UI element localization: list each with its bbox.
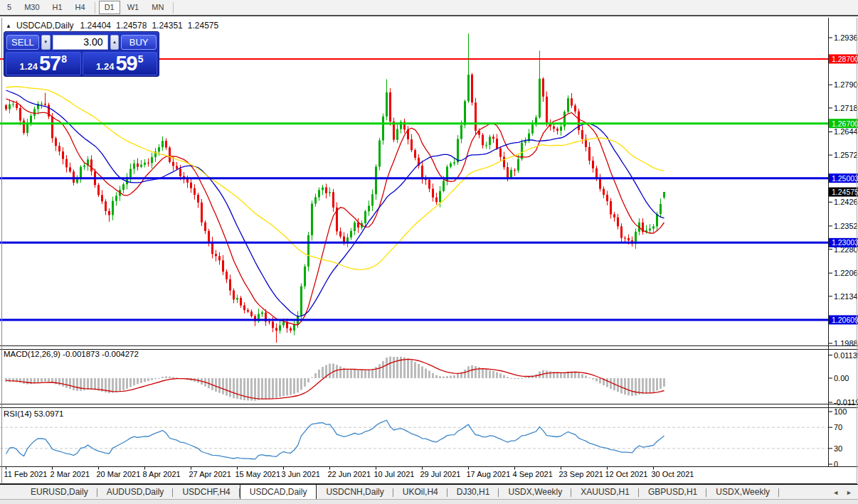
macd-histogram-bar	[393, 357, 395, 378]
timeframe-button-m5[interactable]: 5	[1, 1, 17, 14]
date-label: 15 May 2021	[235, 470, 281, 478]
candle-body	[194, 188, 196, 195]
macd-histogram-bar	[382, 361, 384, 378]
macd-histogram-bar	[627, 378, 630, 395]
macd-histogram-bar	[620, 378, 623, 394]
macd-histogram-bar	[524, 377, 526, 378]
macd-histogram-bar	[489, 370, 491, 378]
macd-histogram-bar	[556, 372, 558, 378]
macd-histogram-bar	[172, 377, 174, 378]
macd-histogram-bar	[514, 378, 516, 379]
candle-body	[51, 117, 53, 138]
chart-tab-usdx-weekly[interactable]: USDX,Weekly	[499, 486, 571, 499]
macd-histogram-bar	[140, 378, 142, 383]
macd-histogram-bar	[87, 378, 89, 390]
timeframe-button-w1[interactable]: W1	[122, 1, 145, 14]
candle-body	[41, 104, 43, 104]
timeframe-button-h1[interactable]: H1	[47, 1, 68, 14]
candle-body	[105, 201, 107, 211]
candle-body	[620, 226, 623, 237]
timeframe-button-h4[interactable]: H4	[70, 1, 91, 14]
chart-tab-audusd-daily[interactable]: AUDUSD,Daily	[97, 486, 174, 499]
candle-body	[233, 291, 235, 300]
date-label: 11 Feb 2021	[4, 470, 48, 478]
chart-tab-gbpusd-h1[interactable]: GBPUSD,H1	[639, 486, 706, 499]
macd-histogram-bar	[307, 378, 309, 382]
candle-body	[279, 326, 281, 331]
macd-histogram-bar	[652, 378, 655, 392]
timeframe-button-m30[interactable]: M30	[18, 1, 45, 14]
macd-scale-label: 0.00	[834, 374, 849, 382]
chart-tab-eurusd-daily[interactable]: EURUSD,Daily	[21, 486, 97, 499]
chart-tab-usdcad-daily[interactable]: USDCAD,Daily	[240, 484, 317, 499]
price-level-badge-label: 1.23003	[832, 238, 858, 247]
candle-body	[588, 147, 590, 161]
macd-histogram-bar	[496, 372, 498, 378]
macd-scale-label: -0.01190	[834, 398, 858, 407]
candle-body	[90, 159, 92, 171]
macd-histogram-bar	[297, 378, 299, 392]
macd-histogram-bar	[521, 378, 523, 379]
candle-body	[275, 328, 277, 331]
toolbar-separator	[173, 2, 174, 14]
macd-histogram-bar	[549, 371, 551, 378]
mt4-window: 5 M30 H1 H4 D1 W1 MN 1.293601.279001.271…	[0, 0, 858, 504]
macd-histogram-bar	[368, 370, 370, 378]
candle-body	[169, 148, 171, 162]
macd-histogram-bar	[507, 377, 509, 378]
ohlc-low: 1.24351	[152, 21, 182, 31]
candle-body	[190, 183, 192, 188]
candle-body	[503, 157, 505, 168]
tab-scroll-left-icon[interactable]: ◄	[832, 486, 839, 499]
candle-body	[26, 123, 28, 133]
macd-histogram-bar	[322, 367, 324, 378]
macd-histogram-bar	[635, 378, 637, 395]
macd-histogram-bar	[428, 371, 430, 378]
candle-body	[368, 205, 370, 211]
buy-price[interactable]: 1.24595	[83, 52, 158, 75]
chart-tab-usdcnh-daily[interactable]: USDCNH,Daily	[317, 486, 393, 499]
timeframe-button-mn[interactable]: MN	[146, 1, 169, 14]
candle-body	[197, 195, 199, 203]
candle-body	[179, 168, 181, 176]
date-label: 2 Mar 2021	[51, 470, 90, 478]
timeframe-toolbar: 5 M30 H1 H4 D1 W1 MN	[0, 0, 858, 16]
macd-histogram-bar	[453, 375, 455, 378]
candle-body	[510, 170, 512, 177]
toolbar-separator	[95, 2, 95, 14]
volume-decrease-button[interactable]: ▼	[41, 35, 51, 50]
price-tick-label: 1.26440	[834, 127, 858, 136]
candle-body	[140, 165, 142, 167]
buy-button[interactable]: BUY	[121, 35, 157, 50]
chart-tab-usdx-weekly-2[interactable]: USDX,Weekly	[706, 486, 779, 499]
chart-tab-dj30-h1[interactable]: DJ30,H1	[447, 486, 499, 499]
chart-tab-xauusd-h1[interactable]: XAUUSD,H1	[571, 486, 639, 499]
macd-histogram-bar	[389, 357, 391, 378]
candle-body	[322, 188, 324, 191]
volume-increase-button[interactable]: ▲	[110, 35, 120, 50]
macd-histogram-bar	[656, 378, 658, 390]
collapse-trade-panel-icon[interactable]: ▲	[6, 23, 11, 29]
chart-canvas[interactable]: 1.293601.279001.271801.264401.257201.242…	[0, 18, 858, 484]
chart-tab-ukoil-h4[interactable]: UKOil,H4	[393, 486, 447, 499]
sell-button[interactable]: SELL	[6, 35, 39, 50]
candle-body	[489, 136, 491, 145]
candle-body	[613, 214, 615, 217]
timeframe-button-d1[interactable]: D1	[99, 1, 120, 14]
sell-price[interactable]: 1.24578	[6, 52, 81, 75]
price-tick-label: 1.25720	[834, 151, 858, 159]
macd-histogram-bar	[169, 377, 171, 378]
ohlc-close: 1.24575	[188, 21, 218, 31]
chart-tabbar: EURUSD,Daily AUDUSD,Daily USDCHF,H4 USDC…	[0, 484, 858, 499]
macd-histogram-bar	[240, 378, 242, 400]
volume-input[interactable]	[53, 35, 108, 50]
macd-histogram-bar	[258, 378, 260, 400]
chart-tab-usdchf-h4[interactable]: USDCHF,H4	[173, 486, 239, 499]
candle-body	[161, 141, 164, 147]
tab-scroll-right-icon[interactable]: ►	[846, 486, 852, 499]
candle-body	[624, 238, 626, 239]
candle-body	[414, 150, 416, 158]
macd-histogram-bar	[624, 378, 626, 395]
candle-body	[649, 229, 651, 231]
candle-body	[62, 151, 64, 159]
